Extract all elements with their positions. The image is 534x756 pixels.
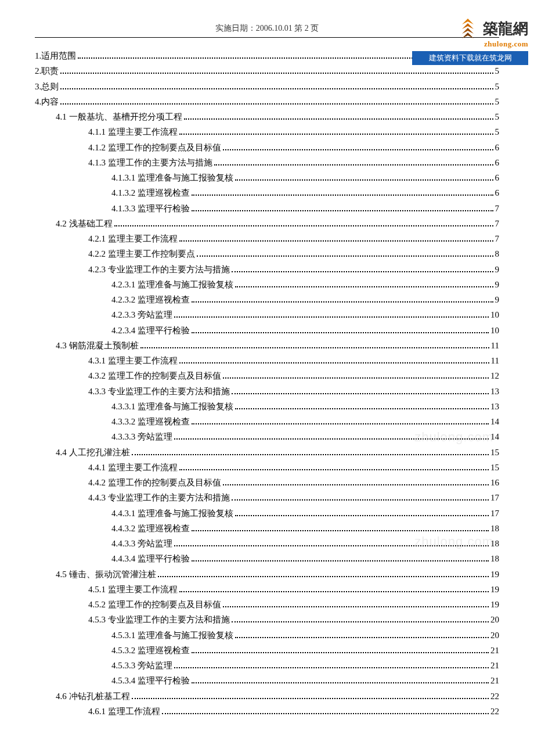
- toc-label: 4.5.2 监理工作的控制要点及目标值: [88, 597, 221, 612]
- toc-page-number: 6: [495, 185, 500, 200]
- toc-leader-dots: [223, 484, 489, 485]
- toc-entry[interactable]: 4.5.3 专业监理工作的主要方法和措施20: [35, 612, 499, 627]
- toc-entry[interactable]: 4.1.3 监理工作的主要方法与措施6: [35, 155, 499, 170]
- toc-entry[interactable]: 4.4.2 监理工作的控制要点及目标值16: [35, 475, 499, 490]
- toc-entry[interactable]: 4.4.3.3 旁站监理18: [35, 536, 499, 551]
- toc-leader-dots: [223, 149, 493, 150]
- toc-page-number: 14: [490, 429, 499, 444]
- toc-label: 4.3.1 监理主要工作流程: [88, 353, 178, 368]
- toc-entry[interactable]: 4.2.3.3 旁站监理10: [35, 307, 499, 322]
- toc-label: 4.4.3.4 监理平行检验: [111, 551, 190, 566]
- toc-label: 4.2.3.3 旁站监理: [111, 307, 172, 322]
- toc-entry[interactable]: 4.2 浅基础工程7: [35, 216, 499, 231]
- logo-text-en: zhulong.com: [412, 39, 528, 49]
- toc-entry[interactable]: 4.2.1 监理主要工作流程7: [35, 231, 499, 246]
- toc-label: 4.6 冲钻孔桩基工程: [56, 689, 130, 704]
- toc-label: 4.1.1 监理主要工作流程: [88, 124, 178, 139]
- toc-page-number: 14: [490, 414, 499, 429]
- toc-entry[interactable]: 4.5 锤击、振动沉管灌注桩19: [35, 567, 499, 582]
- toc-label: 4.4.2 监理工作的控制要点及目标值: [88, 475, 221, 490]
- toc-label: 4.2.3.1 监理准备与施工报验复核: [111, 277, 233, 292]
- toc-entry[interactable]: 4.4 人工挖孔灌注桩15: [35, 445, 499, 460]
- toc-entry[interactable]: 4.2.3.1 监理准备与施工报验复核9: [35, 277, 499, 292]
- toc-label: 4.2.3 专业监理工作的主要方法与措施: [88, 262, 230, 277]
- toc-page-number: 10: [490, 307, 499, 322]
- toc-label: 4.5.3.1 监理准备与施工报验复核: [111, 628, 233, 643]
- toc-page-number: 15: [490, 445, 499, 460]
- toc-entry[interactable]: 4.4.3 专业监理工作的主要方法和措施17: [35, 490, 499, 505]
- toc-entry[interactable]: 4.1.2 监理工作的控制要点及目标值6: [35, 140, 499, 155]
- toc-entry[interactable]: 4.3.1 监理主要工作流程11: [35, 353, 499, 368]
- toc-page-number: 9: [495, 277, 500, 292]
- toc-page-number: 5: [495, 63, 500, 78]
- toc-page-number: 18: [490, 536, 499, 551]
- toc-entry[interactable]: 4.2.3.4 监理平行检验10: [35, 323, 499, 338]
- toc-label: 4.2.1 监理主要工作流程: [88, 231, 178, 246]
- toc-entry[interactable]: 4.1.3.1 监理准备与施工报验复核6: [35, 170, 499, 185]
- toc-leader-dots: [235, 408, 489, 409]
- toc-entry[interactable]: 4.3.3.2 监理巡视检查14: [35, 414, 499, 429]
- toc-entry[interactable]: 4.5.1 监理主要工作流程19: [35, 582, 499, 597]
- toc-entry[interactable]: 4.2.3.2 监理巡视检查9: [35, 292, 499, 307]
- toc-label: 4.1.3.2 监理巡视检查: [111, 185, 190, 200]
- toc-label: 3.总则: [35, 79, 59, 94]
- toc-entry[interactable]: 4.4.3.4 监理平行检验18: [35, 551, 499, 566]
- toc-leader-dots: [140, 347, 489, 348]
- toc-entry[interactable]: 4.1.3.3 监理平行检验7: [35, 201, 499, 216]
- toc-leader-dots: [174, 667, 489, 668]
- toc-label: 4.1.3 监理工作的主要方法与措施: [88, 155, 212, 170]
- toc-page-number: 20: [490, 628, 499, 643]
- toc-label: 4.5 锤击、振动沉管灌注桩: [56, 567, 156, 582]
- toc-page-number: 20: [490, 612, 499, 627]
- toc-entry[interactable]: 4.3 钢筋混凝土预制桩11: [35, 338, 499, 353]
- toc-entry[interactable]: 4.5.3.3 旁站监理21: [35, 658, 499, 673]
- toc-entry[interactable]: 4.1.3.2 监理巡视检查6: [35, 185, 499, 200]
- toc-entry[interactable]: 4.5.3.2 监理巡视检查21: [35, 643, 499, 658]
- toc-leader-dots: [235, 637, 489, 638]
- toc-entry[interactable]: 4.6 冲钻孔桩基工程22: [35, 689, 499, 704]
- toc-leader-dots: [184, 118, 493, 120]
- toc-entry[interactable]: 4.4.1 监理主要工作流程15: [35, 460, 499, 475]
- toc-label: 4.2 浅基础工程: [56, 216, 113, 231]
- toc-page-number: 22: [490, 689, 499, 704]
- toc-leader-dots: [197, 255, 493, 257]
- toc-leader-dots: [214, 164, 493, 165]
- toc-label: 4.5.1 监理主要工作流程: [88, 582, 178, 597]
- logo-banner: 建筑资料下载就在筑龙网: [412, 51, 528, 65]
- toc-entry[interactable]: 4.2.2 监理主要工作控制要点8: [35, 246, 499, 261]
- toc-entry[interactable]: 4.5.3.4 监理平行检验21: [35, 673, 499, 688]
- toc-page-number: 19: [490, 582, 499, 597]
- site-logo: 築龍網 zhulong.com 建筑资料下载就在筑龙网: [412, 17, 528, 65]
- toc-entry[interactable]: 4.3.2 监理工作的控制要点及目标值12: [35, 368, 499, 383]
- toc-entry[interactable]: 4.4.3.1 监理准备与施工报验复核17: [35, 506, 499, 521]
- toc-entry[interactable]: 4.3.3 专业监理工作的主要方法和措施13: [35, 384, 499, 399]
- toc-page-number: 17: [490, 506, 499, 521]
- toc-entry[interactable]: 4.1 一般基坑、基槽开挖分项工程5: [35, 109, 499, 124]
- toc-leader-dots: [179, 240, 493, 242]
- toc-entry[interactable]: 4.6.1 监理工作流程22: [35, 704, 499, 719]
- toc-entry[interactable]: 4.2.3 专业监理工作的主要方法与措施9: [35, 262, 499, 277]
- toc-entry[interactable]: 2.职责5: [35, 63, 499, 78]
- toc-page-number: 10: [490, 323, 499, 338]
- toc-leader-dots: [179, 362, 489, 363]
- toc-label: 4.3 钢筋混凝土预制桩: [56, 338, 139, 353]
- toc-label: 4.4 人工挖孔灌注桩: [56, 445, 130, 460]
- toc-entry[interactable]: 4.内容5: [35, 94, 499, 109]
- toc-entry[interactable]: 4.3.3.3 旁站监理14: [35, 429, 499, 444]
- toc-leader-dots: [179, 134, 493, 135]
- toc-entry[interactable]: 4.5.2 监理工作的控制要点及目标值19: [35, 597, 499, 612]
- toc-entry[interactable]: 4.3.3.1 监理准备与施工报验复核13: [35, 399, 499, 414]
- toc-leader-dots: [174, 438, 489, 440]
- toc-leader-dots: [114, 225, 493, 226]
- toc-label: 4.3.3 专业监理工作的主要方法和措施: [88, 384, 230, 399]
- toc-page-number: 12: [490, 368, 499, 383]
- toc-entry[interactable]: 4.1.1 监理主要工作流程5: [35, 124, 499, 139]
- toc-page-number: 5: [495, 109, 500, 124]
- toc-leader-dots: [132, 698, 489, 699]
- toc-page-number: 19: [490, 567, 499, 582]
- toc-entry[interactable]: 4.4.3.2 监理巡视检查18: [35, 521, 499, 536]
- toc-label: 4.5.3.4 监理平行检验: [111, 673, 190, 688]
- toc-page-number: 7: [495, 231, 500, 246]
- toc-entry[interactable]: 4.5.3.1 监理准备与施工报验复核20: [35, 628, 499, 643]
- toc-entry[interactable]: 3.总则5: [35, 79, 499, 94]
